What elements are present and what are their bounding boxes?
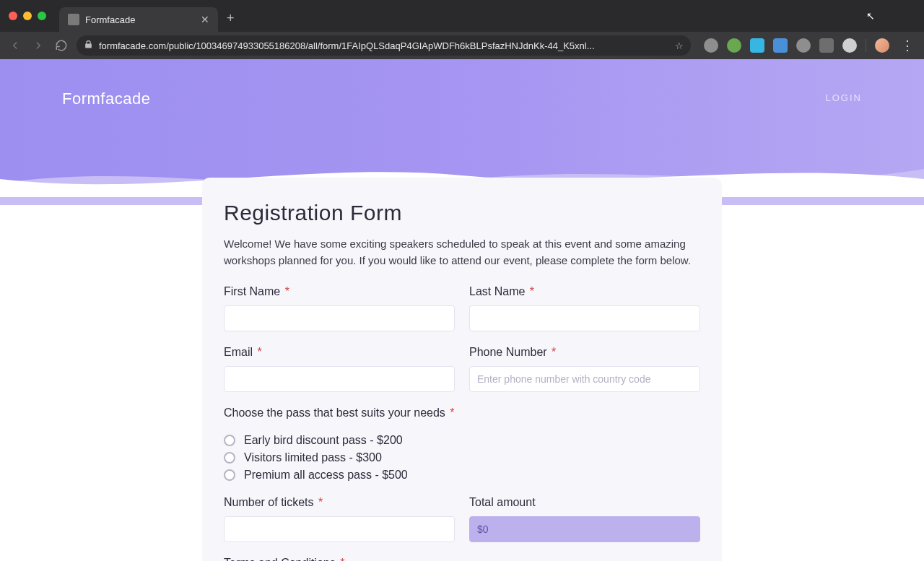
titlebar: Formfacade ✕ + ↖	[0, 0, 924, 32]
email-field: Email *	[224, 346, 455, 392]
required-indicator: *	[340, 557, 344, 562]
pass-option-label: Visitors limited pass - $300	[244, 451, 382, 464]
browser-tab[interactable]: Formfacade ✕	[59, 7, 218, 32]
extension-icon[interactable]	[842, 38, 857, 53]
pass-option-premium[interactable]: Premium all access pass - $500	[224, 469, 700, 482]
terms-label: Terms and Conditions *	[224, 557, 700, 562]
close-tab-button[interactable]: ✕	[201, 14, 209, 25]
minimize-window-button[interactable]	[23, 12, 32, 20]
total-field: Total amount	[469, 496, 700, 542]
tickets-field: Number of tickets *	[224, 496, 455, 542]
tickets-input[interactable]	[224, 516, 455, 542]
tab-title: Formfacade	[85, 14, 195, 25]
last-name-label: Last Name *	[469, 285, 700, 298]
brand-logo[interactable]: Formfacade	[62, 90, 150, 108]
email-label: Email *	[224, 346, 455, 359]
profile-avatar[interactable]	[875, 38, 889, 53]
last-name-field: Last Name *	[469, 285, 700, 331]
new-tab-button[interactable]: +	[227, 11, 235, 26]
radio-icon	[224, 469, 235, 481]
pass-option-early-bird[interactable]: Early bird discount pass - $200	[224, 434, 700, 447]
required-indicator: *	[257, 346, 261, 358]
browser-toolbar: formfacade.com/public/100346974933055186…	[0, 32, 924, 59]
lock-icon	[84, 40, 93, 51]
extension-icon[interactable]	[727, 38, 741, 53]
favicon-icon	[68, 14, 79, 25]
required-indicator: *	[450, 406, 454, 419]
pass-label: Choose the pass that best suits your nee…	[224, 406, 700, 419]
form-description: Welcome! We have some exciting speakers …	[224, 235, 700, 269]
pass-option-label: Premium all access pass - $500	[244, 469, 408, 482]
back-button[interactable]	[7, 38, 23, 53]
form-title: Registration Form	[224, 201, 700, 225]
extension-icon[interactable]	[819, 38, 834, 53]
extension-icons: ⋮	[704, 38, 917, 53]
browser-menu-button[interactable]: ⋮	[898, 38, 917, 53]
required-indicator: *	[285, 285, 289, 297]
close-window-button[interactable]	[9, 12, 17, 20]
window-controls	[9, 12, 46, 20]
tickets-label: Number of tickets *	[224, 496, 455, 509]
extension-icon[interactable]	[750, 38, 764, 53]
url-text: formfacade.com/public/100346974933055186…	[99, 40, 665, 51]
login-link[interactable]: LOGIN	[826, 92, 862, 103]
pass-option-label: Early bird discount pass - $200	[244, 434, 403, 447]
total-amount-display	[469, 516, 700, 542]
terms-block: Terms and Conditions * Please read the t…	[224, 557, 700, 562]
form-card: Registration Form Welcome! We have some …	[202, 178, 722, 561]
mouse-cursor-icon: ↖	[866, 10, 875, 22]
radio-icon	[224, 435, 235, 446]
bookmark-star-icon[interactable]: ☆	[675, 40, 684, 51]
phone-field: Phone Number *	[469, 346, 700, 392]
maximize-window-button[interactable]	[38, 12, 46, 20]
browser-chrome: Formfacade ✕ + ↖ formfacade.com/public/1…	[0, 0, 924, 59]
radio-icon	[224, 452, 235, 464]
reload-button[interactable]	[53, 38, 69, 53]
total-label: Total amount	[469, 496, 700, 509]
first-name-input[interactable]	[224, 305, 455, 331]
required-indicator: *	[530, 285, 534, 297]
phone-label: Phone Number *	[469, 346, 700, 359]
phone-input[interactable]	[469, 366, 700, 392]
address-bar[interactable]: formfacade.com/public/100346974933055186…	[77, 35, 691, 56]
extension-icon[interactable]	[796, 38, 811, 53]
page-content: Formfacade LOGIN Registration Form Welco…	[0, 59, 924, 561]
extension-icon[interactable]	[773, 38, 788, 53]
required-indicator: *	[552, 346, 556, 358]
required-indicator: *	[318, 496, 323, 508]
hero-banner: Formfacade LOGIN	[0, 59, 924, 196]
first-name-label: First Name *	[224, 285, 455, 298]
pass-option-visitors[interactable]: Visitors limited pass - $300	[224, 451, 700, 464]
separator	[866, 39, 866, 52]
email-input[interactable]	[224, 366, 455, 392]
first-name-field: First Name *	[224, 285, 455, 331]
extension-icon[interactable]	[704, 38, 718, 53]
forward-button[interactable]	[30, 38, 46, 53]
last-name-input[interactable]	[469, 305, 700, 331]
pass-options: Early bird discount pass - $200 Visitors…	[224, 434, 700, 482]
